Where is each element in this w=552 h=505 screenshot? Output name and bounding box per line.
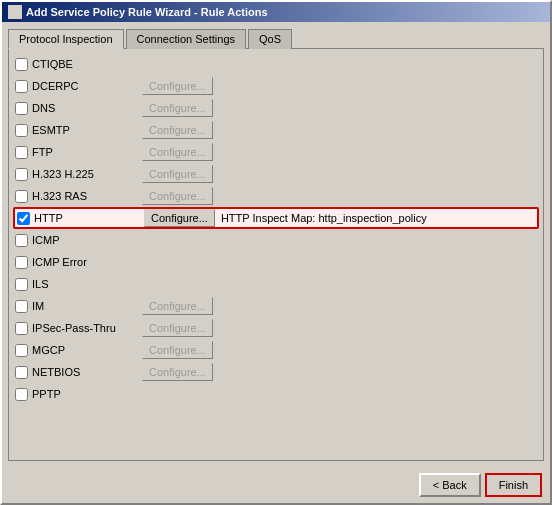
- tab-connection-settings[interactable]: Connection Settings: [126, 29, 246, 49]
- tab-content: CTIQBE DCERPC Configure... DNS Configure…: [8, 49, 544, 461]
- protocol-name-pptp: PPTP: [32, 388, 142, 400]
- content-area: Protocol Inspection Connection Settings …: [2, 22, 550, 467]
- checkbox-ipsec-pass-thru[interactable]: [15, 322, 28, 335]
- configure-btn-mgcp[interactable]: Configure...: [142, 341, 213, 359]
- protocol-name-icmp-error: ICMP Error: [32, 256, 142, 268]
- protocol-row-ctiqbe: CTIQBE: [13, 53, 539, 75]
- protocol-list-scroll[interactable]: CTIQBE DCERPC Configure... DNS Configure…: [9, 49, 543, 429]
- http-inspect-map: HTTP Inspect Map: http_inspection_policy: [221, 212, 427, 224]
- protocol-row-h323-ras: H.323 RAS Configure...: [13, 185, 539, 207]
- protocol-name-icmp: ICMP: [32, 234, 142, 246]
- protocol-row-netbios: NETBIOS Configure...: [13, 361, 539, 383]
- checkbox-http[interactable]: [17, 212, 30, 225]
- checkbox-pptp[interactable]: [15, 388, 28, 401]
- protocol-row-esmtp: ESMTP Configure...: [13, 119, 539, 141]
- window-title: Add Service Policy Rule Wizard - Rule Ac…: [26, 6, 268, 18]
- protocol-row-dns: DNS Configure...: [13, 97, 539, 119]
- protocol-name-ftp: FTP: [32, 146, 142, 158]
- protocol-name-mgcp: MGCP: [32, 344, 142, 356]
- configure-btn-http[interactable]: Configure...: [144, 209, 215, 227]
- configure-btn-ipsec-pass-thru[interactable]: Configure...: [142, 319, 213, 337]
- configure-btn-ftp[interactable]: Configure...: [142, 143, 213, 161]
- configure-btn-esmtp[interactable]: Configure...: [142, 121, 213, 139]
- checkbox-h323-ras[interactable]: [15, 190, 28, 203]
- checkbox-netbios[interactable]: [15, 366, 28, 379]
- tab-protocol-inspection[interactable]: Protocol Inspection: [8, 29, 124, 49]
- configure-btn-h323-h225[interactable]: Configure...: [142, 165, 213, 183]
- checkbox-ctiqbe[interactable]: [15, 58, 28, 71]
- checkbox-icmp-error[interactable]: [15, 256, 28, 269]
- protocol-row-ils: ILS: [13, 273, 539, 295]
- main-window: Add Service Policy Rule Wizard - Rule Ac…: [0, 0, 552, 505]
- checkbox-ftp[interactable]: [15, 146, 28, 159]
- protocol-row-ftp: FTP Configure...: [13, 141, 539, 163]
- checkbox-dns[interactable]: [15, 102, 28, 115]
- checkbox-esmtp[interactable]: [15, 124, 28, 137]
- protocol-name-im: IM: [32, 300, 142, 312]
- checkbox-h323-h225[interactable]: [15, 168, 28, 181]
- configure-btn-netbios[interactable]: Configure...: [142, 363, 213, 381]
- protocol-row-im: IM Configure...: [13, 295, 539, 317]
- protocol-row-icmp-error: ICMP Error: [13, 251, 539, 273]
- configure-btn-im[interactable]: Configure...: [142, 297, 213, 315]
- protocol-row-pptp: PPTP: [13, 383, 539, 405]
- protocol-name-http: HTTP: [34, 212, 144, 224]
- checkbox-ils[interactable]: [15, 278, 28, 291]
- protocol-row-icmp: ICMP: [13, 229, 539, 251]
- protocol-row-ipsec-pass-thru: IPSec-Pass-Thru Configure...: [13, 317, 539, 339]
- protocol-name-ils: ILS: [32, 278, 142, 290]
- tab-bar: Protocol Inspection Connection Settings …: [8, 28, 544, 49]
- protocol-name-dcerpc: DCERPC: [32, 80, 142, 92]
- protocol-name-dns: DNS: [32, 102, 142, 114]
- configure-btn-h323-ras[interactable]: Configure...: [142, 187, 213, 205]
- protocol-name-h323-h225: H.323 H.225: [32, 168, 142, 180]
- checkbox-icmp[interactable]: [15, 234, 28, 247]
- finish-button[interactable]: Finish: [485, 473, 542, 497]
- protocol-row-http: HTTP Configure... HTTP Inspect Map: http…: [13, 207, 539, 229]
- configure-btn-dcerpc[interactable]: Configure...: [142, 77, 213, 95]
- configure-btn-dns[interactable]: Configure...: [142, 99, 213, 117]
- back-button[interactable]: < Back: [419, 473, 481, 497]
- protocol-name-h323-ras: H.323 RAS: [32, 190, 142, 202]
- protocol-row-dcerpc: DCERPC Configure...: [13, 75, 539, 97]
- tab-qos[interactable]: QoS: [248, 29, 292, 49]
- footer: < Back Finish: [2, 467, 550, 503]
- protocol-name-ipsec-pass-thru: IPSec-Pass-Thru: [32, 322, 142, 334]
- protocol-list: CTIQBE DCERPC Configure... DNS Configure…: [9, 49, 543, 409]
- checkbox-dcerpc[interactable]: [15, 80, 28, 93]
- protocol-row-mgcp: MGCP Configure...: [13, 339, 539, 361]
- checkbox-im[interactable]: [15, 300, 28, 313]
- protocol-name-esmtp: ESMTP: [32, 124, 142, 136]
- protocol-name-netbios: NETBIOS: [32, 366, 142, 378]
- checkbox-mgcp[interactable]: [15, 344, 28, 357]
- protocol-name-ctiqbe: CTIQBE: [32, 58, 142, 70]
- protocol-row-h323-h225: H.323 H.225 Configure...: [13, 163, 539, 185]
- title-icon: [8, 5, 22, 19]
- title-bar: Add Service Policy Rule Wizard - Rule Ac…: [2, 2, 550, 22]
